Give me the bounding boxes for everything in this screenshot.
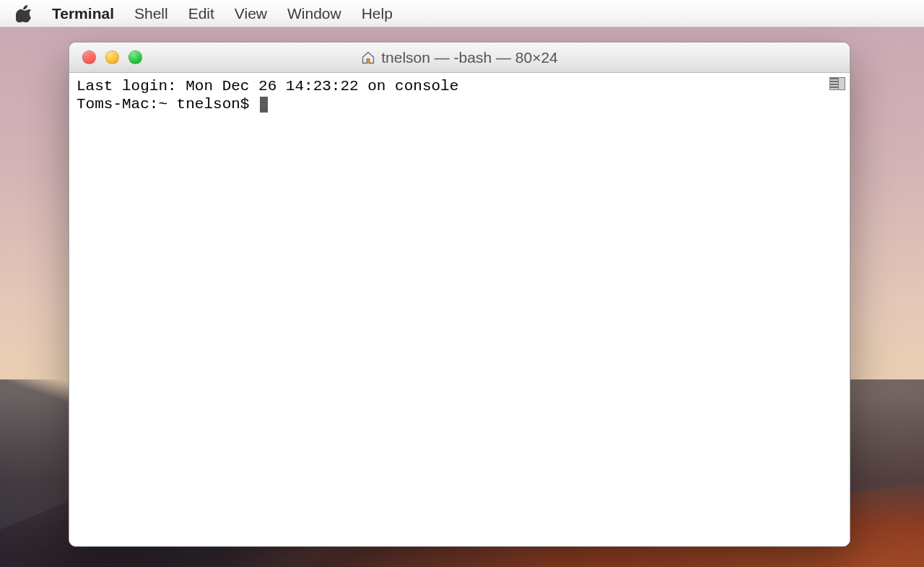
terminal-prompt-text: Toms-Mac:~ tnelson$ — [77, 96, 258, 113]
window-zoom-button[interactable] — [128, 50, 142, 64]
window-titlebar[interactable]: tnelson — -bash — 80×24 — [69, 43, 850, 73]
pane-toggle-icon[interactable] — [829, 77, 845, 90]
terminal-line-last-login: Last login: Mon Dec 26 14:23:22 on conso… — [77, 77, 842, 95]
window-title: tnelson — -bash — 80×24 — [69, 49, 850, 66]
window-traffic-lights — [69, 50, 142, 64]
home-folder-icon — [361, 50, 375, 65]
terminal-cursor — [260, 97, 268, 113]
menubar-item-view[interactable]: View — [235, 5, 267, 22]
menubar-item-edit[interactable]: Edit — [188, 5, 214, 22]
terminal-line-prompt: Toms-Mac:~ tnelson$ — [77, 95, 842, 113]
menubar-app-name[interactable]: Terminal — [52, 5, 114, 22]
apple-menu-icon[interactable] — [16, 5, 32, 22]
terminal-window: tnelson — -bash — 80×24 Last login: Mon … — [69, 42, 850, 547]
terminal-viewport[interactable]: Last login: Mon Dec 26 14:23:22 on conso… — [69, 73, 850, 546]
window-title-text: tnelson — -bash — 80×24 — [381, 49, 558, 66]
window-close-button[interactable] — [82, 50, 96, 64]
menubar-item-window[interactable]: Window — [287, 5, 341, 22]
menubar-item-help[interactable]: Help — [362, 5, 393, 22]
menubar-item-shell[interactable]: Shell — [134, 5, 168, 22]
svg-rect-0 — [367, 58, 370, 63]
window-minimize-button[interactable] — [105, 50, 119, 64]
system-menubar: Terminal Shell Edit View Window Help — [0, 0, 924, 27]
